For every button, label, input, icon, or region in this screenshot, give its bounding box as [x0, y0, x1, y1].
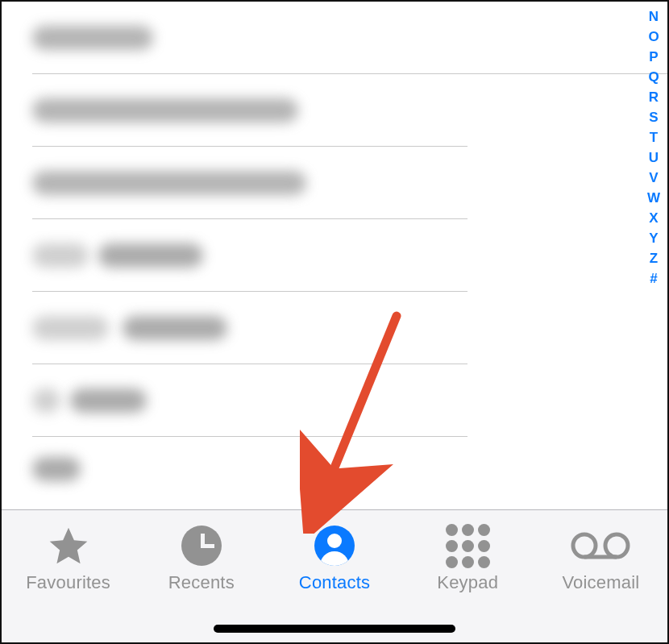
index-letter[interactable]: U	[649, 151, 659, 164]
index-letter[interactable]: O	[648, 30, 659, 44]
clock-icon	[181, 522, 222, 569]
svg-point-1	[605, 534, 628, 557]
contact-row[interactable]	[2, 2, 667, 74]
alphabet-index[interactable]: N O P Q R S T U V W X Y Z #	[645, 10, 663, 285]
index-letter[interactable]: W	[647, 191, 660, 205]
index-letter[interactable]: T	[650, 131, 658, 144]
contact-row[interactable]	[2, 219, 667, 292]
contacts-tab[interactable]: Contacts	[268, 522, 401, 593]
recents-tab[interactable]: Recents	[135, 522, 268, 593]
contact-row[interactable]	[2, 292, 667, 364]
index-letter[interactable]: S	[649, 110, 658, 124]
keypad-icon	[446, 522, 490, 569]
index-letter[interactable]: X	[649, 211, 658, 225]
tab-label: Contacts	[299, 572, 370, 593]
contact-row[interactable]	[2, 147, 667, 219]
contact-row[interactable]	[2, 74, 667, 147]
index-letter[interactable]: R	[649, 90, 659, 104]
voicemail-tab[interactable]: Voicemail	[534, 522, 667, 593]
tab-bar: Favourites Recents Contacts Keypad	[2, 509, 667, 642]
index-letter[interactable]: #	[650, 272, 657, 285]
keypad-tab[interactable]: Keypad	[401, 522, 534, 593]
tab-label: Favourites	[26, 572, 110, 593]
index-letter[interactable]: Q	[648, 70, 659, 84]
tab-label: Voicemail	[562, 572, 639, 593]
index-letter[interactable]: Y	[649, 231, 658, 245]
svg-point-0	[573, 534, 596, 557]
index-letter[interactable]: N	[649, 10, 659, 23]
star-icon	[46, 522, 91, 569]
index-letter[interactable]: V	[649, 171, 658, 185]
home-indicator[interactable]	[214, 625, 455, 633]
tab-label: Keypad	[437, 572, 498, 593]
favourites-tab[interactable]: Favourites	[2, 522, 135, 593]
contacts-list[interactable]	[2, 2, 667, 501]
phone-app-screen: N O P Q R S T U V W X Y Z # Favourites	[0, 0, 669, 644]
tab-label: Recents	[168, 572, 235, 593]
contacts-list-area: N O P Q R S T U V W X Y Z #	[2, 2, 667, 511]
index-letter[interactable]: Z	[650, 251, 658, 265]
index-letter[interactable]: P	[649, 50, 658, 64]
person-icon	[314, 522, 355, 569]
voicemail-icon	[570, 522, 631, 569]
contact-row[interactable]	[2, 364, 667, 437]
contact-row[interactable]	[2, 437, 667, 501]
